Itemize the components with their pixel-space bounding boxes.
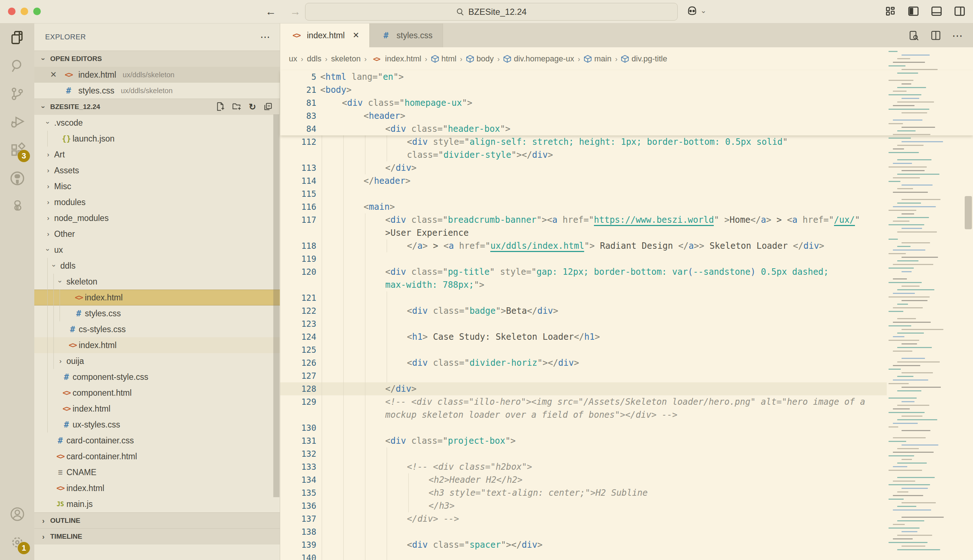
breadcrumb-item[interactable]: div.pg-title [621,54,667,63]
tree-item-misc[interactable]: ›Misc [34,178,280,194]
code-line[interactable]: class="divider-style"></div> [280,148,887,162]
code-line[interactable]: 135<h3 style="text-align: center;">H2 Su… [280,486,887,499]
code-line[interactable]: 139<div class="spacer"></div> [280,538,887,551]
tree-item-skeleton[interactable]: ›skeleton [34,274,280,290]
code-line[interactable]: 21<body> [280,83,887,97]
editor-more-actions-icon[interactable]: ⋯ [952,29,963,42]
settings-gear-icon[interactable]: 1 [0,528,34,557]
minimize-window-button[interactable] [21,8,28,15]
open-preview-icon[interactable] [909,30,920,41]
code-line[interactable]: 119 [280,252,887,265]
tab-styles-css[interactable]: # styles.css [370,23,443,47]
code-line[interactable]: 120<div class="pg-title" style="gap: 12p… [280,265,887,278]
tree-item-index-html[interactable]: <>index.html [34,337,280,353]
code-line[interactable]: 123 [280,317,887,330]
code-line[interactable]: 83<header> [280,109,887,122]
navigate-back-button[interactable]: ← [263,3,278,20]
timeline-header[interactable]: › TIMELINE [34,528,280,545]
tree-item-modules[interactable]: ›modules [34,194,280,210]
tree-item-card-container-html[interactable]: <>card-container.html [34,448,280,464]
tree-item-other[interactable]: ›Other [34,226,280,242]
tree-item-index-html[interactable]: <>index.html [34,480,280,496]
tree-item-art[interactable]: ›Art [34,147,280,162]
code-line[interactable]: 118</a> > <a href="ux/ddls/index.html"> … [280,239,887,252]
sidebar-scrollbar[interactable] [273,115,280,497]
explorer-icon[interactable] [0,23,34,52]
code-line[interactable]: 126<div class="divider-horiz"></div> [280,357,887,369]
breadcrumb-item[interactable]: skeleton [331,54,361,63]
tree-item-assets[interactable]: ›Assets [34,162,280,178]
code-line[interactable]: 130 [280,422,887,434]
extensions-icon[interactable]: 3 [0,136,34,164]
code-line[interactable]: 113</div> [280,162,887,174]
code-line[interactable]: 133<!-- <div class="h2box"> [280,460,887,473]
breadcrumb-item[interactable]: <>index.html [370,54,422,63]
tree-item--vscode[interactable]: ›.vscode [34,115,280,131]
zoom-window-button[interactable] [33,8,41,15]
workspace-header[interactable]: › BZESITE_12.24 ↻ [34,98,280,115]
code-line[interactable]: 138 [280,525,887,538]
toggle-secondary-sidebar-icon[interactable] [953,4,966,18]
code-line[interactable]: 5<html lang="en"> [280,70,887,83]
tree-item-component-style-css[interactable]: #component-style.css [34,369,280,385]
open-editor-item[interactable]: ✕ <> index.html ux/ddls/skeleton [34,67,280,83]
tree-item-node-modules[interactable]: ›node_modules [34,210,280,226]
code-line[interactable]: 136</h3> [280,499,887,512]
navigate-forward-button[interactable]: → [288,3,303,20]
code-line[interactable]: 129<!-- <div class="illo-hero"><img src=… [280,395,887,408]
code-line[interactable]: 131<div class="project-box"> [280,434,887,447]
code-line[interactable]: max-width: 788px;"> [280,278,887,292]
tree-item-card-container-css[interactable]: #card-container.css [34,433,280,448]
breadcrumb-item[interactable]: ddls [307,54,322,63]
tree-item-ddls[interactable]: ›ddls [34,258,280,274]
code-line[interactable]: 116<main> [280,200,887,213]
split-editor-icon[interactable] [930,30,941,41]
tree-item-cs-styles-css[interactable]: #cs-styles.css [34,321,280,337]
tree-item-main-js[interactable]: JSmain.js [34,496,280,512]
tree-item-index-html[interactable]: <>index.html [34,401,280,417]
code-line[interactable]: 112<div style="align-self: stretch; heig… [280,135,887,148]
open-editor-item[interactable]: # styles.css ux/ddls/skeleton [34,83,280,98]
new-file-icon[interactable] [215,102,225,112]
customize-layout-icon[interactable] [883,4,897,18]
code-line[interactable]: 115 [280,187,887,200]
breadcrumb-item[interactable]: html [431,54,457,63]
close-tab-icon[interactable]: ✕ [353,31,359,40]
search-view-icon[interactable] [0,52,34,80]
breadcrumb-item[interactable]: main [584,54,611,63]
code-line[interactable]: 117<div class="breadcrumb-banner"><a hre… [280,213,887,227]
run-debug-icon[interactable] [0,108,34,136]
code-line[interactable]: 84<div class="header-box"> [280,122,887,135]
code-line[interactable]: 122<div class="badge">Beta</div> [280,304,887,317]
source-control-icon[interactable] [0,80,34,108]
code-line[interactable]: 132 [280,447,887,460]
tree-item-cname[interactable]: ≡CNAME [34,464,280,480]
code-line[interactable]: 125 [280,343,887,357]
tree-item-ouija[interactable]: ›ouija [34,353,280,369]
code-line[interactable]: 140 [280,551,887,560]
tree-item-ux[interactable]: ›ux [34,242,280,258]
code-line[interactable]: mockup skeleton loader over a field of b… [280,408,887,422]
close-icon[interactable]: ✕ [48,70,59,80]
toggle-primary-sidebar-icon[interactable] [906,4,920,18]
code-line[interactable]: 137</div> --> [280,512,887,525]
collapse-folders-icon[interactable] [263,102,273,112]
copilot-menu[interactable]: ⌄ [686,4,706,17]
refresh-icon[interactable]: ↻ [249,102,256,112]
breadcrumb-item[interactable]: div.homepage-ux [503,54,574,63]
command-center-search[interactable]: BZESite_12.24 [305,3,678,21]
new-folder-icon[interactable] [232,102,242,112]
code-line[interactable]: 127 [280,369,887,382]
close-window-button[interactable] [8,8,15,15]
breadcrumb-item[interactable]: body [466,54,494,63]
tree-item-index-html[interactable]: <>index.html [34,290,280,305]
code-line[interactable]: 81<div class="homepage-ux"> [280,97,887,109]
code-line[interactable]: 128</div> [280,382,887,395]
code-line[interactable]: 114</header> [280,174,887,187]
open-editors-header[interactable]: › OPEN EDITORS [34,50,280,67]
tree-item-ux-styles-css[interactable]: #ux-styles.css [34,417,280,433]
tree-item-styles-css[interactable]: #styles.css [34,305,280,321]
code-line[interactable]: 124<h1> Case Study: Skeleton Loader</h1> [280,330,887,343]
breadcrumb-item[interactable]: ux [289,54,297,63]
tab-index-html[interactable]: <> index.html ✕ [280,23,370,47]
